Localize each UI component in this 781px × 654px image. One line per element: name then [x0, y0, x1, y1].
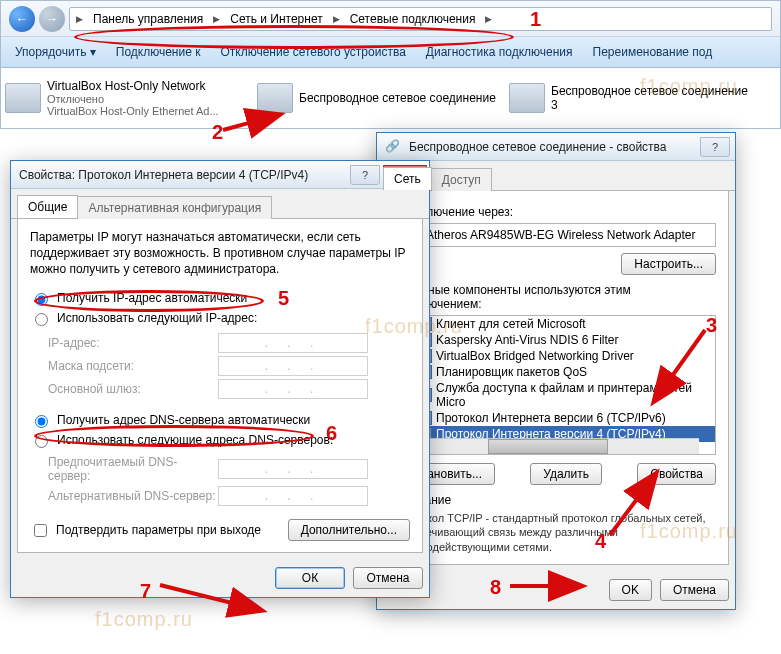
breadcrumb-control-panel[interactable]: Панель управления	[87, 10, 209, 28]
connect-via-label: Отключение через:	[396, 201, 716, 223]
help-button[interactable]: ?	[350, 165, 380, 185]
ipv4-properties-dialog: Свойства: Протокол Интернета версии 4 (T…	[10, 160, 430, 598]
connections-area: VirtualBox Host-Only Network Отключено V…	[1, 68, 780, 128]
checkbox-input[interactable]	[34, 524, 47, 537]
subnet-mask-input: . . .	[218, 356, 368, 376]
ip-address-input: . . .	[218, 333, 368, 353]
connection-item[interactable]: Беспроводное сетевое соединение 3	[509, 74, 749, 122]
radio-input[interactable]	[35, 313, 48, 326]
gateway-input: . . .	[218, 379, 368, 399]
cancel-button[interactable]: Отмена	[353, 567, 423, 589]
remove-button[interactable]: Удалить	[530, 463, 602, 485]
arrow-right-icon: →	[46, 12, 58, 26]
radio-ip-manual[interactable]: Использовать следующий IP-адрес:	[30, 308, 410, 328]
back-button[interactable]: ←	[9, 6, 35, 32]
adapter-display: Atheros AR9485WB-EG Wireless Network Ada…	[396, 223, 716, 247]
list-item[interactable]: ✓VirtualBox Bridged Networking Driver	[397, 348, 715, 364]
tab-access[interactable]: Доступ	[431, 168, 492, 191]
connection-name: Беспроводное сетевое соединение 3	[551, 84, 749, 112]
list-item[interactable]: ✓Служба доступа к файлам и принтерам сет…	[397, 380, 715, 410]
watermark: f1comp.ru	[95, 608, 193, 631]
nav-bar: ← → ▶ Панель управления ▶ Сеть и Интерне…	[1, 1, 780, 37]
confirm-on-exit-checkbox[interactable]: Подтвердить параметры при выходе	[30, 519, 261, 542]
organize-menu[interactable]: Упорядочить ▾	[11, 43, 100, 61]
scrollbar-thumb[interactable]	[488, 439, 609, 454]
preferred-dns-input: . . .	[218, 459, 368, 479]
connection-item[interactable]: VirtualBox Host-Only Network Отключено V…	[5, 74, 245, 122]
connection-adapter: VirtualBox Host-Only Ethernet Ad...	[47, 105, 219, 117]
tabs: Сеть Доступ	[377, 161, 735, 191]
alternate-dns-input: . . .	[218, 486, 368, 506]
alternate-dns-label: Альтернативный DNS-сервер:	[48, 489, 218, 503]
titlebar[interactable]: Свойства: Протокол Интернета версии 4 (T…	[11, 161, 429, 189]
advanced-button[interactable]: Дополнительно...	[288, 519, 410, 541]
description-text: Протокол TCP/IP - стандартный протокол г…	[396, 511, 716, 554]
connection-status: Отключено	[47, 93, 219, 105]
radio-input[interactable]	[35, 415, 48, 428]
breadcrumb[interactable]: ▶ Панель управления ▶ Сеть и Интернет ▶ …	[69, 7, 772, 31]
components-label: чеченные компоненты используются этим по…	[396, 283, 716, 311]
rename-button[interactable]: Переименование под	[589, 43, 717, 61]
tab-general[interactable]: Общие	[17, 195, 78, 218]
ip-address-label: IP-адрес:	[48, 336, 218, 350]
connection-name: Беспроводное сетевое соединение	[299, 91, 496, 105]
network-adapter-icon	[509, 83, 545, 113]
disable-device-button[interactable]: Отключение сетевого устройства	[216, 43, 409, 61]
configure-button[interactable]: Настроить...	[621, 253, 716, 275]
preferred-dns-label: Предпочитаемый DNS-сервер:	[48, 455, 218, 483]
adapter-name: Atheros AR9485WB-EG Wireless Network Ada…	[426, 228, 695, 242]
radio-input[interactable]	[35, 435, 48, 448]
ok-button[interactable]: OK	[609, 579, 652, 601]
list-item[interactable]: ✓Клиент для сетей Microsoft	[397, 316, 715, 332]
titlebar[interactable]: 🔗 Беспроводное сетевое соединение - свой…	[377, 133, 735, 161]
tabs: Общие Альтернативная конфигурация	[11, 189, 429, 219]
connection-item[interactable]: Беспроводное сетевое соединение	[257, 74, 497, 122]
network-icon: 🔗	[385, 139, 401, 155]
wireless-properties-dialog: 🔗 Беспроводное сетевое соединение - свой…	[376, 132, 736, 610]
dialog-title: Свойства: Протокол Интернета версии 4 (T…	[19, 168, 308, 182]
radio-ip-auto[interactable]: Получить IP-адрес автоматически	[30, 288, 410, 308]
chevron-icon: ▶	[74, 14, 85, 24]
help-button[interactable]: ?	[700, 137, 730, 157]
description-label: Описание	[396, 493, 716, 507]
forward-button[interactable]: →	[39, 6, 65, 32]
components-list[interactable]: ✓Клиент для сетей Microsoft ✓Kaspersky A…	[396, 315, 716, 455]
tab-body: Отключение через: Atheros AR9485WB-EG Wi…	[383, 191, 729, 565]
connection-name: VirtualBox Host-Only Network	[47, 79, 219, 93]
explorer-window: ← → ▶ Панель управления ▶ Сеть и Интерне…	[0, 0, 781, 129]
list-item[interactable]: ✓Kaspersky Anti-Virus NDIS 6 Filter	[397, 332, 715, 348]
chevron-icon: ▶	[211, 14, 222, 24]
radio-dns-manual[interactable]: Использовать следующие адреса DNS-сервер…	[30, 430, 410, 450]
tab-alternative[interactable]: Альтернативная конфигурация	[77, 196, 272, 219]
radio-input[interactable]	[35, 293, 48, 306]
list-item[interactable]: ✓Протокол Интернета версии 6 (TCP/IPv6)	[397, 410, 715, 426]
chevron-icon: ▶	[483, 14, 494, 24]
dialog-title: Беспроводное сетевое соединение - свойст…	[409, 140, 667, 154]
network-adapter-icon	[257, 83, 293, 113]
cancel-button[interactable]: Отмена	[660, 579, 729, 601]
radio-dns-auto[interactable]: Получить адрес DNS-сервера автоматически	[30, 410, 410, 430]
connect-to-button[interactable]: Подключение к	[112, 43, 205, 61]
description-text: Параметры IP могут назначаться автоматич…	[30, 229, 410, 278]
network-adapter-icon	[5, 83, 41, 113]
tab-network[interactable]: Сеть	[383, 167, 432, 190]
chevron-icon: ▶	[331, 14, 342, 24]
subnet-mask-label: Маска подсети:	[48, 359, 218, 373]
breadcrumb-network-connections[interactable]: Сетевые подключения	[344, 10, 482, 28]
horizontal-scrollbar[interactable]	[397, 438, 699, 454]
tab-body: Параметры IP могут назначаться автоматич…	[17, 219, 423, 553]
properties-button[interactable]: Свойства	[637, 463, 716, 485]
arrow-left-icon: ←	[16, 12, 28, 26]
list-item[interactable]: ✓Планировщик пакетов QoS	[397, 364, 715, 380]
toolbar: Упорядочить ▾ Подключение к Отключение с…	[1, 37, 780, 68]
ok-button[interactable]: ОК	[275, 567, 345, 589]
breadcrumb-network-internet[interactable]: Сеть и Интернет	[224, 10, 328, 28]
diagnostics-button[interactable]: Диагностика подключения	[422, 43, 577, 61]
gateway-label: Основной шлюз:	[48, 382, 218, 396]
